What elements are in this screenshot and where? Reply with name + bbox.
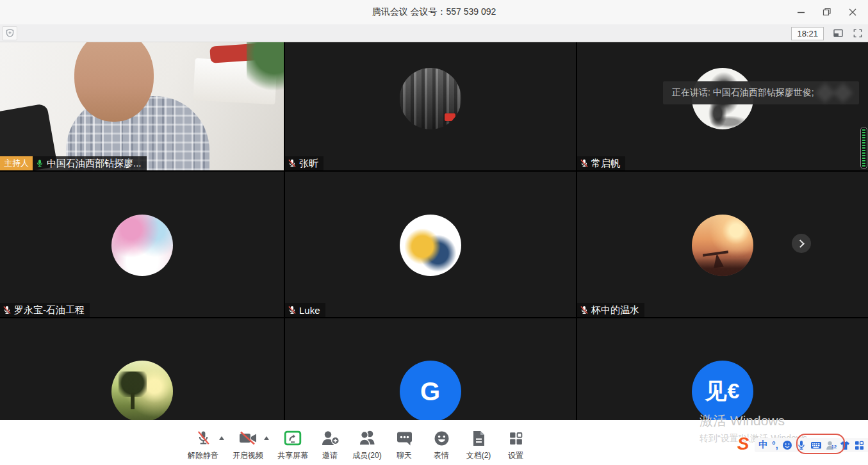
chat-icon <box>396 430 413 446</box>
mic-muted-icon <box>580 306 589 314</box>
docs-label: 文档(2) <box>466 450 491 461</box>
chat-button[interactable]: 聊天 <box>386 420 423 461</box>
participant-name: 罗永宝-石油工程 <box>14 304 85 316</box>
meter-bars <box>862 129 865 167</box>
meeting-clock: 18:21 <box>791 27 824 40</box>
participant-label: 主持人 中国石油西部钻探廖... <box>0 156 147 170</box>
participant-tile[interactable]: Luke <box>285 172 576 317</box>
invite-button[interactable]: 邀请 <box>311 420 348 461</box>
invite-label: 邀请 <box>322 450 338 461</box>
ime-toolbar: 中 °, 12 <box>755 438 868 452</box>
camera-off-icon <box>238 430 258 446</box>
share-screen-button[interactable]: 共享屏幕 <box>274 420 311 461</box>
participant-name: Luke <box>299 305 320 316</box>
ime-keyboard-icon[interactable] <box>810 441 822 450</box>
participant-name: 杯中的温水 <box>591 304 639 316</box>
start-video-label: 开启视频 <box>233 450 263 461</box>
ime-punctuation-toggle[interactable]: °, <box>772 440 778 450</box>
subbar-right-controls: 18:21 <box>791 24 863 42</box>
participant-name: 中国石油西部钻探廖... <box>47 158 142 170</box>
emoji-button[interactable]: 表情 <box>423 420 460 461</box>
layout-icon <box>833 28 844 38</box>
participant-tile[interactable]: 常启帆 <box>577 42 868 170</box>
members-label: 成员(20) <box>352 450 381 461</box>
speaking-tooltip: 正在讲话: 中国石油西部钻探廖世俊; <box>663 81 859 104</box>
avatar <box>111 215 173 276</box>
chat-label: 聊天 <box>397 450 412 461</box>
restore-button[interactable] <box>814 0 840 24</box>
share-screen-label: 共享屏幕 <box>277 450 308 461</box>
ime-voice-icon[interactable] <box>797 440 806 450</box>
start-video-button[interactable]: 开启视频 <box>229 420 266 461</box>
document-icon <box>471 430 486 447</box>
sogou-logo[interactable]: S <box>731 434 755 453</box>
audio-options-arrow[interactable] <box>219 436 224 440</box>
avatar <box>400 68 461 129</box>
avatar-initial: 见€ <box>705 377 741 406</box>
members-button[interactable]: 成员(20) <box>348 420 386 461</box>
participant-name: 张昕 <box>299 158 318 170</box>
unmute-label: 解除静音 <box>188 450 218 461</box>
avatar <box>111 361 173 420</box>
chevron-right-icon <box>796 240 805 248</box>
participant-video <box>0 42 284 170</box>
settings-button[interactable]: 设置 <box>497 420 534 461</box>
participant-tile[interactable] <box>0 318 284 420</box>
window-controls <box>789 0 865 24</box>
participant-tile[interactable]: 张昕 <box>285 42 576 170</box>
fullscreen-button[interactable] <box>853 28 863 38</box>
mic-on-icon <box>35 159 44 168</box>
participant-tile-host[interactable]: 主持人 中国石油西部钻探廖... <box>0 42 284 170</box>
video-grid: 主持人 中国石油西部钻探廖... <box>0 42 868 420</box>
ime-account-count: 12 <box>831 444 837 450</box>
tencent-meeting-window: 腾讯会议 会议号：557 539 092 18:21 <box>0 0 868 465</box>
restore-icon <box>822 7 832 17</box>
ime-emoji-icon[interactable] <box>782 440 792 450</box>
docs-button[interactable]: 文档(2) <box>460 420 497 461</box>
minimize-icon <box>796 7 807 17</box>
meeting-toolbar-top: 18:21 <box>0 24 868 42</box>
host-badge: 主持人 <box>0 156 33 170</box>
layout-switch-button[interactable] <box>833 28 844 38</box>
mic-muted-icon <box>288 159 297 168</box>
participant-name: 常启帆 <box>591 158 620 170</box>
participant-tile[interactable]: G <box>285 318 576 420</box>
emoji-label: 表情 <box>434 450 449 461</box>
avatar: 见€ <box>692 361 753 420</box>
settings-icon <box>508 430 524 446</box>
invite-icon <box>321 430 340 446</box>
ime-skin-icon[interactable] <box>840 441 850 450</box>
speaking-tooltip-text: 正在讲话: 中国石油西部钻探廖世俊; <box>672 87 814 99</box>
fullscreen-icon <box>853 28 863 38</box>
window-title: 腾讯会议 会议号：557 539 092 <box>372 6 496 18</box>
participant-tile[interactable]: 见€ <box>577 318 868 420</box>
participant-tile[interactable]: 罗永宝-石油工程 <box>0 172 284 317</box>
meeting-security-button[interactable] <box>2 26 17 40</box>
avatar: G <box>400 361 461 420</box>
minimize-button[interactable] <box>789 0 814 24</box>
settings-label: 设置 <box>508 450 523 461</box>
close-icon <box>848 7 858 17</box>
mic-muted-icon <box>3 306 12 314</box>
audio-level-meter <box>860 127 867 169</box>
unmute-button[interactable]: 解除静音 <box>184 420 222 461</box>
avatar <box>692 215 753 276</box>
titlebar: 腾讯会议 会议号：557 539 092 <box>0 0 868 24</box>
ime-toolbox-icon[interactable] <box>855 441 864 450</box>
close-button[interactable] <box>840 0 865 24</box>
participant-tile[interactable]: 杯中的温水 <box>577 172 868 317</box>
avatar <box>400 215 461 276</box>
shield-plus-icon <box>5 28 15 38</box>
blurred-name <box>815 83 835 102</box>
members-icon <box>358 430 377 446</box>
flag-decoration <box>445 113 455 121</box>
blurred-name <box>833 83 853 102</box>
mic-muted-icon <box>580 159 589 168</box>
ime-account-icon[interactable]: 12 <box>826 441 835 450</box>
share-screen-icon <box>284 430 302 446</box>
emoji-icon <box>434 430 450 446</box>
mic-off-icon <box>195 429 212 447</box>
ime-mode-toggle[interactable]: 中 <box>758 439 767 451</box>
video-options-arrow[interactable] <box>264 436 269 440</box>
next-page-button[interactable] <box>792 234 811 253</box>
